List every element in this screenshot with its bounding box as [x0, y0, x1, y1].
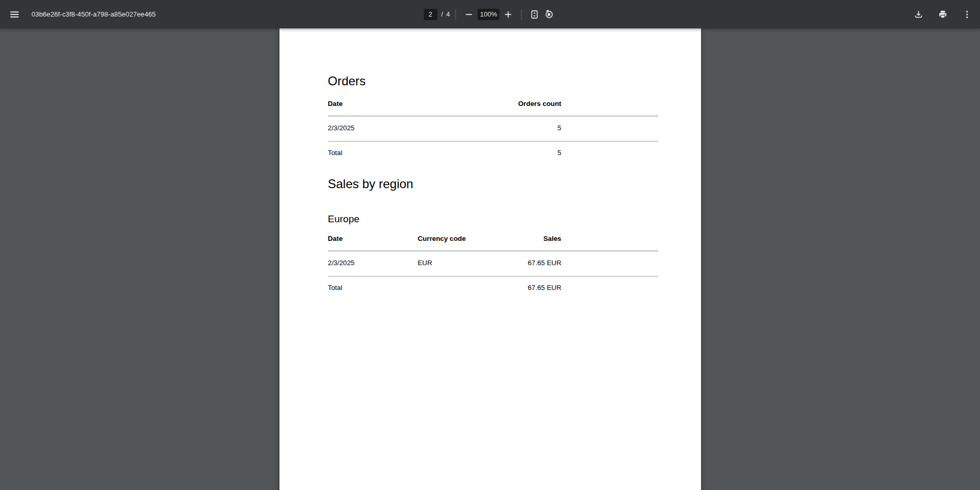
cell-date: 2/3/2025 [328, 116, 418, 142]
zoom-level[interactable]: 100% [478, 9, 500, 20]
cell-total-value: 67.65 EUR [490, 277, 562, 293]
zoom-out-button[interactable] [462, 7, 476, 22]
hamburger-menu-icon [10, 10, 19, 19]
toolbar-divider [456, 9, 456, 20]
column-header-empty [562, 235, 658, 251]
column-header-currency-code: Currency code [418, 235, 490, 251]
download-button[interactable] [908, 4, 929, 25]
column-header-date: Date [328, 100, 418, 116]
sales-by-region-heading: Sales by region [328, 177, 658, 191]
toolbar-left-section: 03b6e26f-c3f8-450f-a798-a85e027ee465 [0, 4, 156, 25]
cell-sales: 67.65 EUR [490, 251, 562, 277]
column-header-date: Date [328, 235, 418, 251]
cell-total-value: 5 [418, 142, 562, 158]
rotate-counterclockwise-icon [543, 9, 555, 20]
more-options-button[interactable] [957, 4, 977, 25]
page-count-total: 4 [446, 10, 450, 18]
print-button[interactable] [932, 4, 953, 25]
column-header-empty [562, 100, 658, 116]
table-row: 2/3/2025 EUR 67.65 EUR [328, 251, 658, 277]
pdf-viewer-area[interactable]: Orders Date Orders count 2/3/2025 5 [0, 28, 980, 490]
pdf-page: Orders Date Orders count 2/3/2025 5 [279, 28, 701, 490]
europe-sales-table: Date Currency code Sales 2/3/2025 EUR 67… [328, 235, 658, 292]
toolbar-divider [521, 9, 522, 20]
cell-date: 2/3/2025 [328, 251, 418, 277]
cell-total-empty [418, 277, 490, 293]
fit-to-page-button[interactable] [527, 7, 542, 22]
cell-orders-count: 5 [418, 116, 562, 142]
table-header-row: Date Orders count [328, 100, 658, 116]
pdf-toolbar: 03b6e26f-c3f8-450f-a798-a85e027ee465 / 4… [0, 0, 980, 28]
cell-total-label: Total [328, 277, 418, 293]
cell-total-label: Total [328, 142, 418, 158]
zoom-in-button[interactable] [501, 7, 516, 22]
table-total-row: Total 67.65 EUR [328, 277, 658, 293]
minus-icon [465, 10, 473, 19]
page-count-separator: / [441, 10, 443, 18]
table-header-row: Date Currency code Sales [328, 235, 658, 251]
plus-icon [504, 10, 512, 19]
orders-heading: Orders [328, 74, 658, 88]
document-title: 03b6e26f-c3f8-450f-a798-a85e027ee465 [32, 10, 156, 18]
column-header-orders-count: Orders count [418, 100, 562, 116]
table-row: 2/3/2025 5 [328, 116, 658, 142]
page-content: Orders Date Orders count 2/3/2025 5 [279, 28, 701, 292]
menu-button[interactable] [4, 4, 25, 25]
fit-to-page-icon [529, 9, 540, 20]
region-heading-europe: Europe [328, 213, 658, 225]
orders-table: Date Orders count 2/3/2025 5 Total 5 [328, 100, 658, 157]
toolbar-right-section [908, 4, 980, 25]
toolbar-center-section: / 4 100% [424, 0, 556, 28]
column-header-sales: Sales [490, 235, 562, 251]
rotate-button[interactable] [542, 7, 556, 22]
cell-currency-code: EUR [418, 251, 490, 277]
print-icon [938, 9, 948, 20]
kebab-menu-icon [962, 10, 972, 19]
download-icon [913, 9, 924, 20]
page-number-input[interactable] [424, 9, 437, 20]
table-total-row: Total 5 [328, 142, 658, 158]
